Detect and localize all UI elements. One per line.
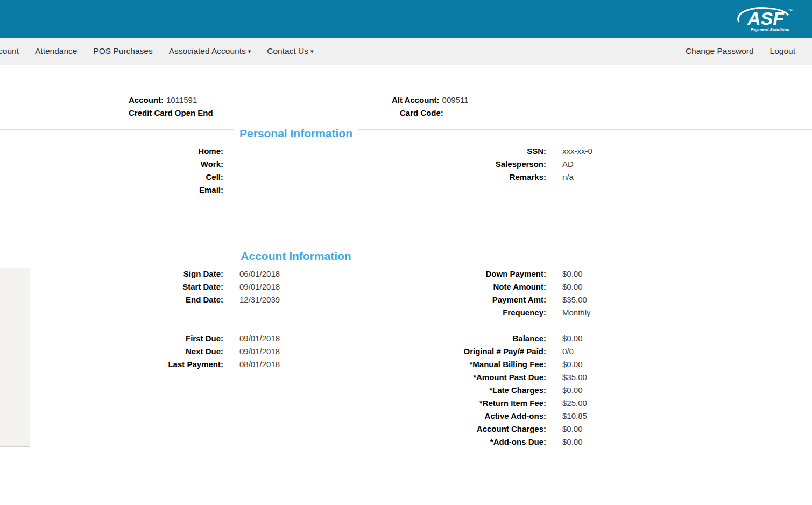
nav-item-account[interactable]: Account <box>0 46 19 56</box>
asf-logo: ASF ™ Payment Solutions <box>731 6 794 32</box>
account-type: Credit Card Open End <box>129 107 213 120</box>
field-row-salesperson: Salesperson: AD <box>0 158 592 171</box>
field-row-amount-past-due: *Amount Past Due: $35.00 <box>0 371 592 384</box>
field-label: *Late Charges: <box>0 384 546 397</box>
field-label: Note Amount: <box>0 280 546 293</box>
field-row-down-payment: Down Payment: $0.00 <box>0 268 592 280</box>
field-value: $25.00 <box>546 397 587 410</box>
field-value: $0.00 <box>546 280 583 293</box>
field-value: $0.00 <box>546 436 583 448</box>
nav-item-attendance-label: Attendance <box>35 46 77 55</box>
nav-left-group: Account Attendance POS Purchases Associa… <box>0 46 314 56</box>
alt-account-label: Alt Account: <box>392 95 440 104</box>
logo-trademark: ™ <box>788 8 793 13</box>
field-value: $0.00 <box>546 332 583 345</box>
spacer <box>0 319 592 332</box>
field-label: Account Charges: <box>0 423 546 436</box>
nav-item-change-password-label: Change Password <box>686 46 754 55</box>
field-row-ssn: SSN: xxx-xx-0 <box>0 145 592 158</box>
field-value <box>223 184 239 197</box>
field-value: Monthly <box>546 306 591 319</box>
field-label: *Amount Past Due: <box>0 371 546 384</box>
nav-item-contact-us[interactable]: Contact Us▾ <box>267 46 313 56</box>
field-label: Salesperson: <box>0 158 546 171</box>
field-label: Active Add-ons: <box>0 410 546 423</box>
bottom-divider <box>0 501 812 501</box>
field-row-remarks: Remarks: n/a <box>0 171 592 184</box>
card-code-label: Card Code: <box>400 108 443 117</box>
field-value: $35.00 <box>546 371 587 384</box>
field-value: $0.00 <box>546 384 583 397</box>
field-row-return-item-fee: *Return Item Fee: $25.00 <box>0 397 592 410</box>
field-label: *Add-ons Due: <box>0 436 546 448</box>
field-value: xxx-xx-0 <box>546 145 592 158</box>
card-code-line: Card Code: <box>392 107 469 120</box>
personal-information-title: Personal Information <box>0 127 592 140</box>
field-label: Original # Pay/# Paid: <box>0 345 546 358</box>
nav-item-contact-us-label: Contact Us <box>267 46 308 55</box>
field-row-email: Email: <box>0 184 592 197</box>
field-label: Remarks: <box>0 171 546 184</box>
field-value: $0.00 <box>546 423 583 436</box>
logo-text: ASF <box>747 8 785 29</box>
personal-information-title-text: Personal Information <box>234 127 358 139</box>
field-row-late-charges: *Late Charges: $0.00 <box>0 384 592 397</box>
account-right-column: Down Payment: $0.00 Note Amount: $0.00 P… <box>0 268 592 448</box>
field-value: AD <box>546 158 574 171</box>
field-label: Balance: <box>0 332 546 345</box>
account-number: 1011591 <box>166 95 197 104</box>
account-information-title-text: Account Information <box>235 250 356 262</box>
top-header: ASF ™ Payment Solutions <box>0 0 812 38</box>
alt-account-number: 009511 <box>442 95 469 104</box>
nav-item-associated-accounts-label: Associated Accounts <box>169 46 246 55</box>
nav-item-pos-purchases[interactable]: POS Purchases <box>93 46 152 56</box>
main-nav: Account Attendance POS Purchases Associa… <box>0 38 812 65</box>
field-value: $0.00 <box>546 358 583 371</box>
field-label: Frequency: <box>0 306 546 319</box>
field-row-add-ons-due: *Add-ons Due: $0.00 <box>0 436 592 448</box>
nav-item-attendance[interactable]: Attendance <box>35 46 77 56</box>
account-information-title: Account Information <box>0 250 592 263</box>
nav-item-account-label: Account <box>0 46 19 55</box>
account-summary-right: Alt Account:009511 Card Code: <box>392 94 469 120</box>
field-value: n/a <box>546 171 574 184</box>
field-label: Payment Amt: <box>0 293 546 306</box>
field-label: Down Payment: <box>0 268 546 280</box>
field-label: SSN: <box>0 145 546 158</box>
field-value: $10.85 <box>546 410 587 423</box>
nav-item-logout[interactable]: Logout <box>770 46 795 56</box>
account-number-line: Account:1011591 <box>129 94 213 107</box>
nav-item-change-password[interactable]: Change Password <box>686 46 754 56</box>
nav-item-associated-accounts[interactable]: Associated Accounts▾ <box>169 46 251 56</box>
field-row-active-add-ons: Active Add-ons: $10.85 <box>0 410 592 423</box>
nav-item-pos-purchases-label: POS Purchases <box>93 46 152 55</box>
field-row-payment-amt: Payment Amt: $35.00 <box>0 293 592 306</box>
field-row-balance: Balance: $0.00 <box>0 332 592 345</box>
nav-right-group: Change Password Logout <box>686 46 812 56</box>
field-value: $35.00 <box>546 293 587 306</box>
field-row-note-amount: Note Amount: $0.00 <box>0 280 592 293</box>
nav-item-logout-label: Logout <box>770 46 795 55</box>
logo-subtext: Payment Solutions <box>751 27 790 32</box>
account-summary-left: Account:1011591 Credit Card Open End <box>129 94 213 120</box>
field-row-frequency: Frequency: Monthly <box>0 306 592 319</box>
field-label: *Manual Billing Fee: <box>0 358 546 371</box>
field-row-account-charges: Account Charges: $0.00 <box>0 423 592 436</box>
personal-right-column: SSN: xxx-xx-0 Salesperson: AD Remarks: n… <box>0 145 592 184</box>
alt-account-line: Alt Account:009511 <box>392 94 469 107</box>
caret-down-icon: ▾ <box>310 48 314 54</box>
field-value: 0/0 <box>546 345 574 358</box>
account-label: Account: <box>129 95 164 104</box>
field-value: $0.00 <box>546 268 583 280</box>
field-label: *Return Item Fee: <box>0 397 546 410</box>
caret-down-icon: ▾ <box>248 48 251 54</box>
field-label: Email: <box>0 184 223 197</box>
field-row-original-pay-paid: Original # Pay/# Paid: 0/0 <box>0 345 592 358</box>
field-row-manual-billing-fee: *Manual Billing Fee: $0.00 <box>0 358 592 371</box>
